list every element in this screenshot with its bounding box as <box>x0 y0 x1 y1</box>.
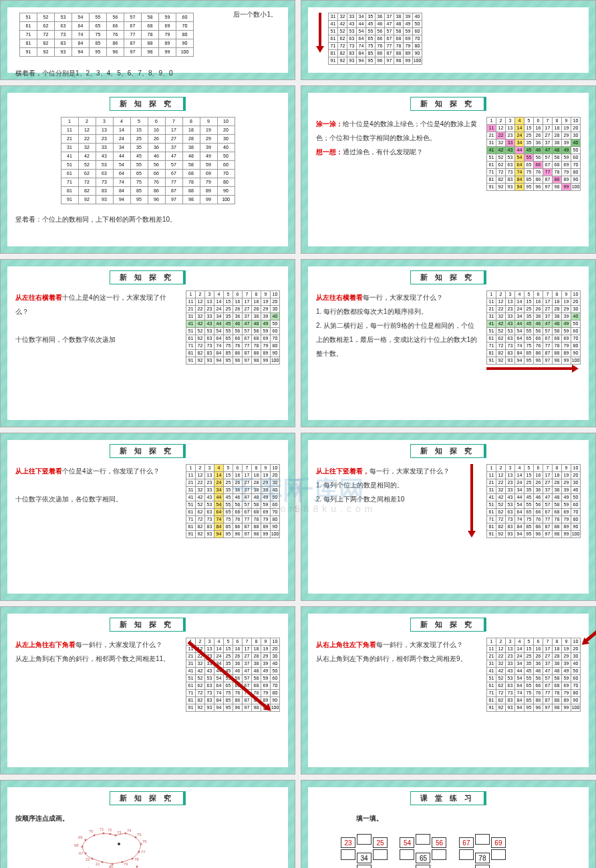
a: 十位数字依次递加，各位数字相同。 <box>15 495 122 503</box>
label: 从上往下竖着看， <box>316 467 369 475</box>
slide-vertical-look: 新 知 探 究 12345678910 11121314151617181920… <box>0 85 295 254</box>
title: 按顺序连点成画。 <box>15 811 280 825</box>
slide-connect-dots: 新 知 探 究 按顺序连点成画。 73 74 75 76 77 78 79 80… <box>0 780 295 868</box>
q: 每一行，大家发现了什么？ <box>369 467 450 475</box>
section-title: 课 堂 练 习 <box>410 791 486 805</box>
slide-grid: 51525354555657585960 6162636465666768697… <box>0 0 596 868</box>
number-table: 12345678910 11121314151617181920 2122232… <box>486 638 581 712</box>
section-title: 新 知 探 究 <box>410 444 486 458</box>
svg-text:77: 77 <box>141 850 146 854</box>
label-think: 想一想： <box>316 148 343 156</box>
arrow-down-icon <box>316 46 324 53</box>
svg-point-28 <box>103 833 105 835</box>
footer-text: 横着看，个位分别是1、2、3、4、5、6、7、8、9、0 <box>15 66 280 80</box>
svg-text:76: 76 <box>142 839 147 843</box>
text-think: 通过涂色，有什么发现呢？ <box>343 148 423 156</box>
q: 每一行，大家发现了什么？ <box>363 294 443 301</box>
section-title: 新 知 探 究 <box>410 618 486 632</box>
number-table: 12345678910 11121314151617181920 2122232… <box>486 464 581 538</box>
label-paint: 涂一涂： <box>316 120 343 128</box>
slide-paint: 新 知 探 究 涂一涂：给十位是4的数涂上绿色；个位是4的数涂上黄色；个位和十位… <box>301 85 596 254</box>
a: 从左上角到右下角的斜行，相邻两个数之间相差11。 <box>15 655 170 662</box>
footer-text: 竖着看：个位上的数相同，上下相邻的两个数相差10。 <box>15 212 280 226</box>
q: 每一斜行，大家发现了什么？ <box>76 641 162 648</box>
label: 从左上角往右下角看 <box>15 641 76 648</box>
svg-text:75: 75 <box>137 833 142 837</box>
svg-text:70: 70 <box>89 829 94 833</box>
number-table: 51525354555657585960 6162636465666768697… <box>19 13 194 57</box>
number-table: 12345678910 11121314151617181920 2122232… <box>486 290 581 365</box>
label: 从左往右横着看 <box>316 294 363 301</box>
section-title: 新 知 探 究 <box>110 97 186 111</box>
colored-table: 12345678910 11121314151617181920 2122232… <box>486 117 581 191</box>
section-title: 新 知 探 究 <box>110 270 186 284</box>
svg-text:21: 21 <box>96 862 100 866</box>
svg-text:72: 72 <box>108 828 112 832</box>
section-title: 新 知 探 究 <box>110 791 186 805</box>
slide-1-right: 31323334353637383940 4142434445464748495… <box>301 0 596 80</box>
slide-row-findings: 新 知 探 究 从左往右横着看每一行，大家发现了什么？ 1. 每行的数都按每次大… <box>301 259 596 427</box>
label: 从左往右横着看 <box>15 294 62 301</box>
svg-point-46 <box>118 843 120 845</box>
number-table: 12345678910 11121314151617181920 2122232… <box>186 464 280 538</box>
svg-text:78: 78 <box>134 857 139 861</box>
section-title: 新 知 探 究 <box>110 444 186 458</box>
svg-text:74: 74 <box>127 829 132 833</box>
a1: 十位数字相同，个数数字依次递加 <box>15 336 116 343</box>
l2: 2. 从第二横行起，每一行前9格的十位是相同的，个位上的数相差1，最后一格，变成… <box>316 322 477 357</box>
slide-fill-blanks: 课 堂 练 习 填一填。 2325 34 4345 5456 65 7476 6… <box>301 780 596 868</box>
svg-text:69: 69 <box>78 835 83 839</box>
l1: 1. 每行的数都按每次大1的顺序排列。 <box>316 308 428 315</box>
svg-text:22: 22 <box>86 857 90 861</box>
arrow-right-icon <box>486 367 573 370</box>
number-table: 31323334353637383940 4142434445464748495… <box>328 13 422 65</box>
number-table: 12345678910 11121314151617181920 2122232… <box>61 117 235 204</box>
l2: 2. 每列上下两个数之间相差10 <box>316 495 404 503</box>
svg-text:79: 79 <box>124 862 128 866</box>
hint-text: 后一个数小1。 <box>233 7 277 21</box>
slide-col-findings: 新 知 探 究 千库网 588ku.com 从上往下竖着看，每一行，大家发现了什… <box>301 433 596 601</box>
a: 从右上角到左下角的斜行，相邻两个数之间相差9。 <box>316 655 467 662</box>
q: 个位是4这一行，你发现了什么？ <box>62 467 160 475</box>
section-title: 新 知 探 究 <box>410 97 486 111</box>
section-title: 新 知 探 究 <box>110 618 186 632</box>
fill-grids: 2325 34 4345 5456 65 7476 6769 78 8789 <box>336 833 581 868</box>
label: 从上往下竖着看 <box>15 467 62 475</box>
label: 从右上角往左下角看 <box>316 641 376 648</box>
svg-text:80: 80 <box>109 865 114 868</box>
q: 每一斜行，大家发现了什么？ <box>376 641 463 648</box>
slide-diag-rl: 新 知 探 究 从右上角往左下角看每一斜行，大家发现了什么？ 从右上角到左下角的… <box>301 606 596 775</box>
svg-text:68: 68 <box>74 843 79 847</box>
section-title: 新 知 探 究 <box>410 270 486 284</box>
slide-row40s: 新 知 探 究 从左往右横着看十位上是4的这一行，大家发现了什么？ 十位数字相同… <box>0 259 295 427</box>
arrow-down-icon <box>468 531 476 537</box>
svg-text:71: 71 <box>100 827 104 831</box>
slide-1-left: 51525354555657585960 6162636465666768697… <box>0 0 295 80</box>
dot-drawing: 73 74 75 76 77 78 79 80 21 22 67 68 69 7… <box>55 825 176 868</box>
slide-col4: 新 知 探 究 千库网 588ku.com 从上往下竖着看个位是4这一行，你发现… <box>0 433 295 601</box>
slide-diag-lr: 新 知 探 究 从左上角往右下角看每一斜行，大家发现了什么？ 从左上角到右下角的… <box>0 606 295 775</box>
title: 填一填。 <box>356 811 581 825</box>
svg-text:67: 67 <box>79 851 84 855</box>
l1: 1. 每列个位上的数是相同的。 <box>316 481 404 489</box>
number-table: 12345678910 11121314151617181920 2122232… <box>186 290 280 365</box>
